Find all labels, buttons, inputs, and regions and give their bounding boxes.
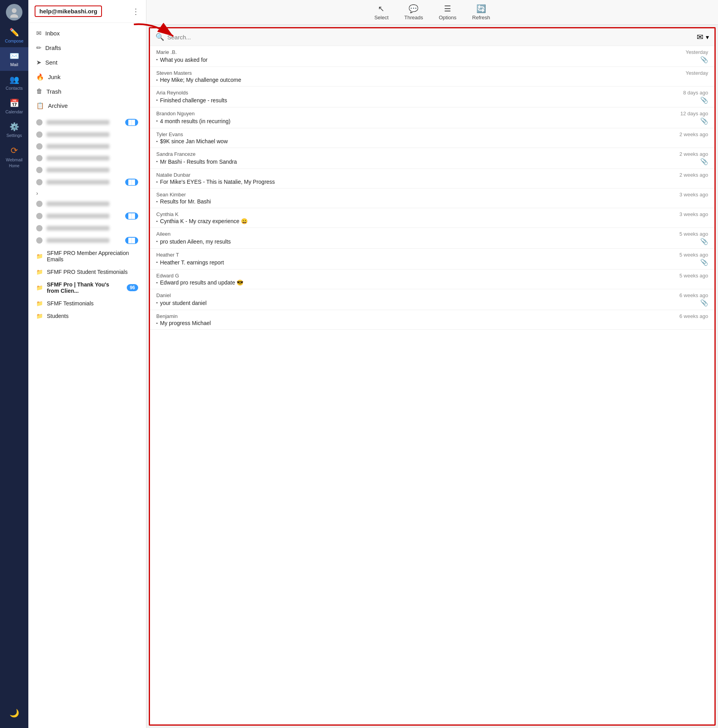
custom-folder-students[interactable]: 📁 Students: [28, 310, 146, 322]
email-item-13[interactable]: Benjamin 6 weeks ago • My progress Micha…: [150, 310, 714, 330]
folder-archive[interactable]: 📋 Archive: [28, 98, 146, 113]
email-subject-row: • Hey Mike; My challenge outcome: [156, 77, 708, 83]
email-item-4[interactable]: Tyler Evans 2 weeks ago • $9K since Jan …: [150, 128, 714, 148]
sidebar-item-settings[interactable]: ⚙️ Settings: [0, 118, 28, 142]
calendar-icon: 📅: [9, 98, 19, 108]
email-subject: • your student daniel: [156, 300, 207, 306]
sidebar-item-mail[interactable]: ✉️ Mail: [0, 47, 28, 71]
email-date: 5 weeks ago: [679, 273, 708, 279]
email-item-12[interactable]: Daniel 6 weeks ago • your student daniel…: [150, 289, 714, 310]
sidebar-item-contacts[interactable]: 👥 Contacts: [0, 71, 28, 94]
email-item-10[interactable]: Heather T 5 weeks ago • Heather T. earni…: [150, 249, 714, 270]
trash-icon: 🗑: [36, 88, 43, 95]
email-list-container: 🔍 ✉ ▾ Marie .B. Yesterday • What you ask…: [149, 27, 716, 726]
folder-header: help@mikebashi.org ⋮: [28, 0, 146, 23]
email-subject: • $9K since Jan Michael wow: [156, 138, 228, 144]
custom-folder-sfmf-thankyou[interactable]: 📁 SFMF Pro | Thank You's from Clien... 9…: [28, 278, 146, 297]
toolbar-threads[interactable]: 💬 Threads: [404, 4, 423, 20]
three-dots-menu[interactable]: ⋮: [132, 7, 140, 16]
email-sender-row: Aria Reynolds 8 days ago: [156, 90, 708, 96]
svg-point-1: [10, 14, 18, 18]
sidebar-item-webmail[interactable]: ⟳ Webmail Home: [0, 142, 28, 172]
blurred-label-7: [46, 201, 109, 206]
email-sender-row: Daniel 6 weeks ago: [156, 292, 708, 298]
email-item-5[interactable]: Sandra Franceze 2 weeks ago • Mr Bashi -…: [150, 148, 714, 169]
toolbar-select[interactable]: ↖ Select: [374, 4, 389, 20]
email-item-7[interactable]: Sean Kimber 3 weeks ago • Results for Mr…: [150, 188, 714, 208]
sidebar-icons: ✏️ Compose ✉️ Mail 👥 Contacts 📅 Calendar…: [0, 0, 28, 728]
blurred-folder-10[interactable]: ██: [28, 234, 146, 247]
blurred-icon-1: [36, 119, 43, 126]
email-sender-row: Edward G 5 weeks ago: [156, 273, 708, 279]
bullet-icon: •: [156, 78, 158, 82]
email-item-1[interactable]: Steven Masters Yesterday • Hey Mike; My …: [150, 67, 714, 87]
attachment-icon: 📎: [700, 299, 708, 307]
custom-folder-sfmf-student[interactable]: 📁 SFMF PRO Student Testimonials: [28, 266, 146, 278]
compose-button[interactable]: ✏️ Compose: [0, 24, 28, 47]
badge-96: 96: [127, 284, 138, 291]
custom-folder-sfmf-testimonials[interactable]: 📁 SFMF Testimonials: [28, 297, 146, 310]
search-input[interactable]: [167, 34, 694, 41]
email-subject: • My progress Michael: [156, 320, 211, 326]
dropdown-arrow-icon[interactable]: ▾: [706, 33, 709, 41]
gear-icon: ⚙️: [9, 122, 19, 131]
blurred-icon-10: [36, 237, 43, 244]
blurred-folder-9[interactable]: [28, 222, 146, 234]
email-item-3[interactable]: Brandon Nguyen 12 days ago • 4 month res…: [150, 107, 714, 128]
email-sender: Daniel: [156, 292, 171, 298]
folder-drafts[interactable]: ✏ Drafts: [28, 41, 146, 55]
email-item-8[interactable]: Cynthia K 3 weeks ago • Cynthia K - My c…: [150, 208, 714, 228]
bullet-icon: •: [156, 180, 158, 184]
email-sender: Aria Reynolds: [156, 90, 188, 96]
webmail-icon: ⟳: [11, 146, 18, 156]
cursor-icon: ↖: [378, 4, 385, 13]
blurred-label-3: [46, 144, 109, 149]
custom-folder-sfmf-member[interactable]: 📁 SFMF PRO Member Appreciation Emails: [28, 247, 146, 266]
search-icon: 🔍: [155, 33, 164, 41]
blurred-folder-5[interactable]: [28, 164, 146, 176]
blurred-folder-7[interactable]: [28, 198, 146, 210]
email-subject: • Results for Mr. Bashi: [156, 198, 211, 205]
email-item-11[interactable]: Edward G 5 weeks ago • Edward pro result…: [150, 270, 714, 289]
refresh-icon: 🔄: [476, 4, 486, 13]
bullet-icon: •: [156, 200, 158, 204]
blurred-label-2: [46, 132, 109, 137]
sidebar-item-calendar[interactable]: 📅 Calendar: [0, 94, 28, 118]
email-sender-row: Natalie Dunbar 2 weeks ago: [156, 172, 708, 178]
blurred-folder-3[interactable]: [28, 140, 146, 152]
blurred-folder-1[interactable]: ██: [28, 116, 146, 129]
blurred-label-9: [46, 226, 109, 231]
email-date: 2 weeks ago: [679, 172, 708, 178]
toolbar-options[interactable]: ☰ Options: [439, 4, 457, 20]
folder-inbox[interactable]: ✉ Inbox: [28, 26, 146, 41]
blurred-folder-6[interactable]: ██: [28, 176, 146, 188]
compose-icon: ✏️: [9, 28, 19, 37]
email-item-6[interactable]: Natalie Dunbar 2 weeks ago • For Mike's …: [150, 169, 714, 188]
blurred-label-6: [46, 180, 109, 185]
expand-arrow[interactable]: ›: [28, 188, 146, 198]
toolbar-refresh[interactable]: 🔄 Refresh: [472, 4, 490, 20]
folder-sent[interactable]: ➤ Sent: [28, 55, 146, 70]
blurred-folder-2[interactable]: [28, 129, 146, 140]
email-date: 3 weeks ago: [679, 211, 708, 217]
email-sender-row: Cynthia K 3 weeks ago: [156, 211, 708, 217]
email-subject-row: • What you asked for 📎: [156, 56, 708, 63]
folder-trash[interactable]: 🗑 Trash: [28, 84, 146, 98]
folder-junk[interactable]: 🔥 Junk: [28, 70, 146, 84]
blurred-folder-8[interactable]: ██: [28, 210, 146, 222]
email-subject-row: • your student daniel 📎: [156, 299, 708, 307]
email-item-0[interactable]: Marie .B. Yesterday • What you asked for…: [150, 46, 714, 67]
email-sender-row: Sean Kimber 3 weeks ago: [156, 192, 708, 198]
folder-box-icon-4: 📁: [36, 300, 43, 307]
email-subject-row: • Heather T. earnings report 📎: [156, 259, 708, 266]
blurred-icon-5: [36, 167, 43, 173]
blurred-label-8: [46, 214, 109, 218]
filter-mail-icon[interactable]: ✉: [697, 32, 703, 42]
bullet-icon: •: [156, 301, 158, 305]
sidebar-item-nightmode[interactable]: 🌙: [9, 704, 19, 722]
blurred-folder-4[interactable]: [28, 152, 146, 164]
email-sender-row: Marie .B. Yesterday: [156, 49, 708, 55]
email-date: 5 weeks ago: [679, 231, 708, 237]
email-item-2[interactable]: Aria Reynolds 8 days ago • Finished chal…: [150, 87, 714, 107]
email-item-9[interactable]: Aileen 5 weeks ago • pro studen Aileen, …: [150, 228, 714, 249]
